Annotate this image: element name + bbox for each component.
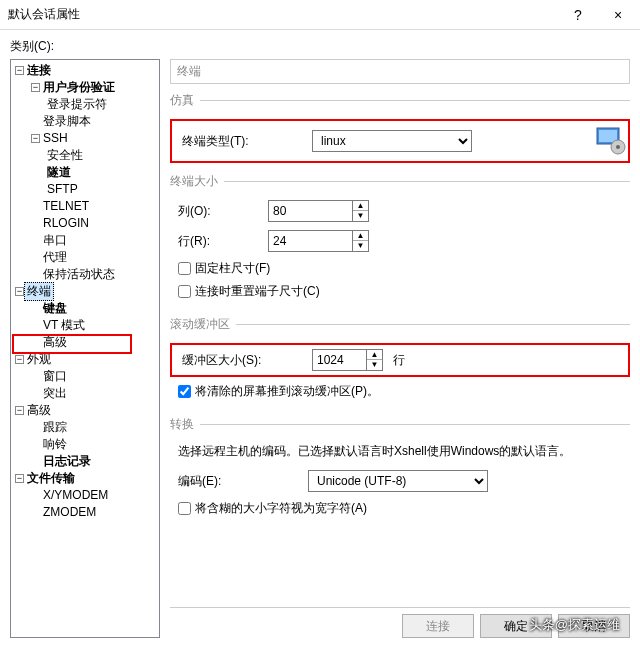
ambiguous-checkbox[interactable]: 将含糊的大小字符视为宽字符(A) (170, 500, 630, 517)
scroll-section: 滚动缓冲区 缓冲区大小(S): ▲▼ 行 将清除的屏幕推到滚动缓冲区(P)。 (170, 316, 630, 412)
cols-spinner[interactable]: ▲▼ (353, 200, 369, 222)
tree-bell[interactable]: 响铃 (43, 436, 67, 453)
tree-highlight[interactable]: 突出 (43, 385, 67, 402)
rows-label: 行(R): (178, 233, 268, 250)
titlebar: 默认会话属性 ? × (0, 0, 640, 30)
tree-connection[interactable]: 连接 (27, 62, 51, 79)
cols-label: 列(O): (178, 203, 268, 220)
category-label: 类别(C): (10, 38, 630, 55)
cols-input[interactable] (268, 200, 353, 222)
tree-rlogin[interactable]: RLOGIN (43, 215, 89, 232)
fixed-cols-checkbox[interactable]: 固定柱尺寸(F) (170, 260, 630, 277)
translate-desc: 选择远程主机的编码。已选择默认语言时Xshell使用Windows的默认语言。 (170, 443, 630, 460)
translate-legend: 转换 (170, 416, 200, 433)
svg-rect-1 (599, 130, 617, 142)
buffer-unit: 行 (393, 352, 405, 369)
collapse-icon[interactable]: − (15, 66, 24, 75)
buffer-spinner[interactable]: ▲▼ (367, 349, 383, 371)
scroll-legend: 滚动缓冲区 (170, 316, 236, 333)
tree-trace[interactable]: 跟踪 (43, 419, 67, 436)
tree-login-prompt[interactable]: 登录提示符 (47, 96, 107, 113)
rows-input[interactable] (268, 230, 353, 252)
buffer-input[interactable] (312, 349, 367, 371)
buffer-label: 缓冲区大小(S): (182, 352, 312, 369)
tree-sftp[interactable]: SFTP (47, 181, 78, 198)
encoding-select[interactable]: Unicode (UTF-8) (308, 470, 488, 492)
termsize-section: 终端大小 列(O): ▲▼ 行(R): ▲▼ 固定柱尺寸(F) 连接时重置端子尺… (170, 173, 630, 312)
terminal-setup-icon[interactable] (594, 125, 626, 157)
translate-section: 转换 选择远程主机的编码。已选择默认语言时Xshell使用Windows的默认语… (170, 416, 630, 529)
collapse-icon[interactable]: − (15, 355, 24, 364)
tree-proxy[interactable]: 代理 (43, 249, 67, 266)
tree-keepalive[interactable]: 保持活动状态 (43, 266, 115, 283)
category-tree[interactable]: −连接 −用户身份验证 登录提示符 登录脚本 −SSH 安全性 隧道 SFTP … (10, 59, 160, 638)
term-type-select[interactable]: linux (312, 130, 472, 152)
tree-adv2[interactable]: 高级 (27, 402, 51, 419)
tree-appearance[interactable]: 外观 (27, 351, 51, 368)
window-title: 默认会话属性 (8, 6, 558, 23)
emulation-section: 仿真 终端类型(T): linux (170, 92, 630, 169)
collapse-icon[interactable]: − (31, 83, 40, 92)
tree-logging[interactable]: 日志记录 (43, 453, 91, 470)
push-cleared-checkbox[interactable]: 将清除的屏幕推到滚动缓冲区(P)。 (170, 383, 630, 400)
tree-vt[interactable]: VT 模式 (43, 317, 85, 334)
tree-terminal[interactable]: 终端 (24, 282, 54, 301)
settings-panel: 终端 仿真 终端类型(T): linux 终端大小 列(O): ▲▼ (170, 59, 630, 638)
watermark: 头条@探索运维 (529, 616, 620, 634)
tree-xym[interactable]: X/YMODEM (43, 487, 108, 504)
tree-advanced[interactable]: 高级 (43, 334, 67, 351)
panel-title: 终端 (170, 59, 630, 84)
collapse-icon[interactable]: − (31, 134, 40, 143)
help-button[interactable]: ? (558, 0, 598, 30)
tree-zm[interactable]: ZMODEM (43, 504, 96, 521)
tree-telnet[interactable]: TELNET (43, 198, 89, 215)
termsize-legend: 终端大小 (170, 173, 224, 190)
reset-on-connect-checkbox[interactable]: 连接时重置端子尺寸(C) (170, 283, 630, 300)
collapse-icon[interactable]: − (15, 474, 24, 483)
rows-spinner[interactable]: ▲▼ (353, 230, 369, 252)
encoding-label: 编码(E): (178, 473, 308, 490)
collapse-icon[interactable]: − (15, 406, 24, 415)
tree-filetransfer[interactable]: 文件传输 (27, 470, 75, 487)
emulation-legend: 仿真 (170, 92, 200, 109)
tree-auth[interactable]: 用户身份验证 (43, 79, 115, 96)
footer: 连接 确定 取消 头条@探索运维 (170, 607, 630, 638)
tree-keyboard[interactable]: 键盘 (43, 300, 67, 317)
tree-security[interactable]: 安全性 (47, 147, 83, 164)
connect-button: 连接 (402, 614, 474, 638)
tree-tunnel[interactable]: 隧道 (47, 164, 71, 181)
tree-login-script[interactable]: 登录脚本 (43, 113, 91, 130)
close-button[interactable]: × (598, 0, 638, 30)
svg-point-3 (616, 145, 620, 149)
tree-serial[interactable]: 串口 (43, 232, 67, 249)
tree-window[interactable]: 窗口 (43, 368, 67, 385)
tree-ssh[interactable]: SSH (43, 130, 68, 147)
collapse-icon[interactable]: − (15, 287, 24, 296)
term-type-label: 终端类型(T): (182, 133, 312, 150)
